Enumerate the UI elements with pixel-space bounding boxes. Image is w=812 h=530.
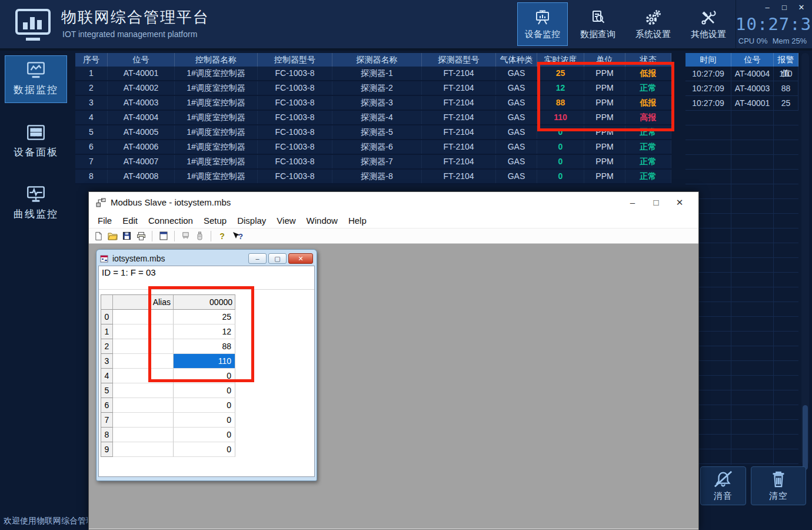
cell-register-value[interactable]: 110 xyxy=(174,354,235,369)
cell-register-value[interactable]: 12 xyxy=(174,324,235,339)
cell-register-value[interactable]: 0 xyxy=(174,383,235,398)
minimize-icon[interactable]: – xyxy=(621,197,644,208)
nav-data-query-button[interactable]: 数据查询 xyxy=(573,2,623,46)
cell-controller-model: FC-1003-8 xyxy=(258,140,332,154)
nav-device-monitor-button[interactable]: 设备监控 xyxy=(517,2,568,46)
table-row[interactable]: 3 AT-40003 1#调度室控制器 FC-1003-8 探测器-3 FT-2… xyxy=(75,96,671,111)
nav-other-settings-button[interactable]: 其他设置 xyxy=(683,2,734,46)
alias-column-header[interactable]: Alias xyxy=(113,295,174,310)
minimize-icon[interactable]: – xyxy=(248,253,267,264)
cell-value: 110 xyxy=(537,111,584,124)
cell-alias[interactable] xyxy=(113,413,174,428)
cell-alias[interactable] xyxy=(113,398,174,413)
menu-connection[interactable]: Connection xyxy=(143,216,198,226)
scan-id-icon[interactable] xyxy=(195,231,205,241)
read-definition-icon[interactable] xyxy=(181,231,191,241)
row-header[interactable]: 6 xyxy=(101,398,113,413)
mbs-doc-controls: – ▢ ✕ xyxy=(248,253,313,264)
menu-view[interactable]: View xyxy=(271,216,301,226)
row-header[interactable]: 8 xyxy=(101,428,113,442)
alarm-row[interactable]: 10:27:09 AT-40003 88 xyxy=(685,81,798,96)
save-icon[interactable] xyxy=(122,231,132,241)
alarm-row[interactable]: 10:27:09 AT-40001 25 xyxy=(685,96,798,111)
context-help-icon[interactable]: ? xyxy=(231,231,244,241)
cell-no: 2 xyxy=(75,81,108,95)
cell-tag: AT-40008 xyxy=(108,170,175,183)
close-icon[interactable]: ✕ xyxy=(668,197,691,208)
sidebar-item-curve-monitor[interactable]: 曲线监控 xyxy=(5,180,67,227)
maximize-icon[interactable]: □ xyxy=(780,3,789,12)
new-file-icon[interactable] xyxy=(94,231,104,241)
nav-label: 数据查询 xyxy=(580,29,615,40)
cell-controller: 1#调度室控制器 xyxy=(175,111,258,124)
cell-register-value[interactable]: 0 xyxy=(174,413,235,428)
menu-setup[interactable]: Setup xyxy=(198,216,232,226)
value-column-header[interactable]: 00000 xyxy=(174,295,235,310)
mbs-doc-title-bar[interactable]: iotsystem.mbs – ▢ ✕ xyxy=(98,251,315,266)
cell-alias[interactable] xyxy=(113,428,174,442)
menu-help[interactable]: Help xyxy=(343,216,372,226)
row-header[interactable]: 0 xyxy=(101,310,113,324)
col-header: 位号 xyxy=(108,53,175,67)
cell-alias[interactable] xyxy=(113,369,174,383)
table-row[interactable]: 8 AT-40008 1#调度室控制器 FC-1003-8 探测器-8 FT-2… xyxy=(75,170,671,184)
table-row[interactable]: 1 AT-40001 1#调度室控制器 FC-1003-8 探测器-1 FT-2… xyxy=(75,67,671,81)
row-header[interactable]: 5 xyxy=(101,383,113,398)
header-bar: 物联网综合管理平台 IOT integrated management plat… xyxy=(0,0,812,51)
cell-no: 8 xyxy=(75,170,108,183)
row-header[interactable]: 4 xyxy=(101,369,113,383)
cell-status: 正常 xyxy=(625,170,671,183)
cell-register-value[interactable]: 0 xyxy=(174,398,235,413)
cell-alias[interactable] xyxy=(113,324,174,339)
table-row[interactable]: 6 AT-40006 1#调度室控制器 FC-1003-8 探测器-6 FT-2… xyxy=(75,140,671,155)
cell-alias[interactable] xyxy=(113,354,174,369)
clear-button[interactable]: 清空 xyxy=(751,466,806,505)
cell-register-value[interactable]: 25 xyxy=(174,310,235,324)
cell-detector-model: FT-2104 xyxy=(422,140,496,154)
cell-register-value[interactable]: 0 xyxy=(174,428,235,442)
cell-alias[interactable] xyxy=(113,310,174,324)
cell-tag: AT-40006 xyxy=(108,140,175,154)
cell-alias[interactable] xyxy=(113,383,174,398)
vertical-scrollbar[interactable] xyxy=(801,53,809,465)
menu-edit[interactable]: Edit xyxy=(117,216,143,226)
nav-system-settings-button[interactable]: 系统设置 xyxy=(628,2,678,46)
cell-register-value[interactable]: 88 xyxy=(174,339,235,354)
sidebar-item-device-panel[interactable]: 设备面板 xyxy=(5,118,67,165)
row-header[interactable]: 3 xyxy=(101,354,113,369)
help-icon[interactable]: ? xyxy=(217,231,227,241)
menu-display[interactable]: Display xyxy=(232,216,271,226)
open-file-icon[interactable] xyxy=(108,231,118,241)
alarm-row[interactable]: 10:27:09 AT-40004 110 xyxy=(685,67,798,81)
modbus-title-bar[interactable]: Modbus Slave - iotsystem.mbs – □ ✕ xyxy=(89,192,698,213)
close-icon[interactable]: ✕ xyxy=(288,253,313,264)
row-header[interactable]: 1 xyxy=(101,324,113,339)
cell-register-value[interactable]: 0 xyxy=(174,442,235,457)
cell-alias[interactable] xyxy=(113,339,174,354)
cell-value: 0 xyxy=(537,170,584,183)
table-row[interactable]: 7 AT-40007 1#调度室控制器 FC-1003-8 探测器-7 FT-2… xyxy=(75,155,671,170)
table-row[interactable]: 5 AT-40005 1#调度室控制器 FC-1003-8 探测器-5 FT-2… xyxy=(75,125,671,140)
scrollbar-thumb[interactable] xyxy=(803,405,808,470)
table-row[interactable]: 4 AT-40004 1#调度室控制器 FC-1003-8 探测器-4 FT-2… xyxy=(75,111,671,125)
print-icon[interactable] xyxy=(136,231,146,241)
minimize-icon[interactable]: – xyxy=(763,3,772,12)
menu-file[interactable]: File xyxy=(92,216,117,226)
close-icon[interactable]: ✕ xyxy=(797,3,806,12)
other-settings-icon xyxy=(700,9,717,26)
row-header[interactable]: 2 xyxy=(101,339,113,354)
table-row[interactable]: 2 AT-40002 1#调度室控制器 FC-1003-8 探测器-2 FT-2… xyxy=(75,81,671,96)
maximize-icon[interactable]: □ xyxy=(644,197,668,208)
sidebar-item-data-monitor[interactable]: 数据监控 xyxy=(5,55,67,103)
row-header[interactable]: 9 xyxy=(101,442,113,457)
menu-window[interactable]: Window xyxy=(301,216,343,226)
cell-alias[interactable] xyxy=(113,442,174,457)
mute-button[interactable]: 消音 xyxy=(700,466,746,505)
cell-register-value[interactable]: 0 xyxy=(174,369,235,383)
row-header[interactable]: 7 xyxy=(101,413,113,428)
curve-monitor-icon xyxy=(25,185,46,204)
app-window-controls: – □ ✕ xyxy=(763,3,806,12)
display-setup-icon[interactable] xyxy=(158,231,168,241)
col-header: 单位 xyxy=(584,53,625,67)
maximize-icon[interactable]: ▢ xyxy=(268,253,287,264)
